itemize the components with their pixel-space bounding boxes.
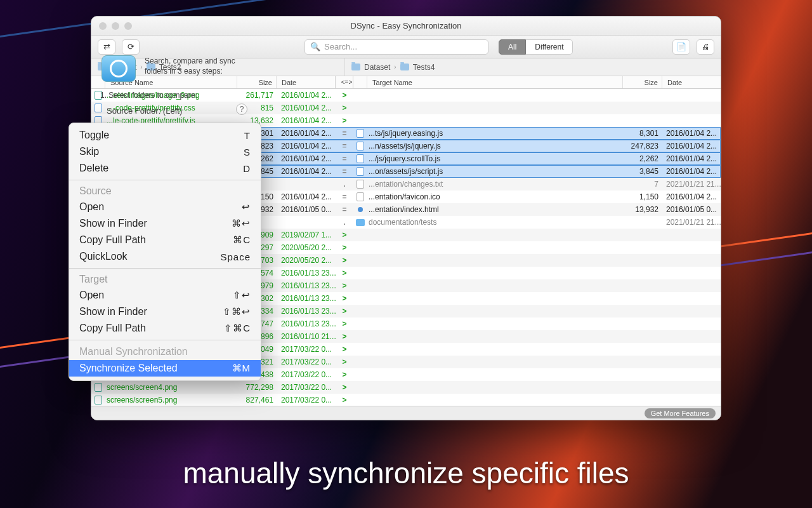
filter-different[interactable]: Different [526, 39, 573, 55]
col-size[interactable]: Size [623, 76, 662, 88]
menu-section-source: Source [69, 184, 261, 199]
menu-source-open[interactable]: Open↩ [69, 199, 261, 215]
toolbar: ⇄ ⟳ 🔍 Search... All Different 📄 🖨 [91, 36, 721, 58]
breadcrumb-target[interactable]: Dataset › Tests4 [345, 58, 721, 76]
source-folder-label: Source Folder: (Left) [107, 106, 182, 116]
help-icon[interactable]: ? [236, 104, 247, 115]
col-icon[interactable] [353, 76, 367, 88]
table-row[interactable]: ...-code-prettify/prettify.css 815 2016/… [91, 102, 721, 114]
menu-target-copy-path[interactable]: Copy Full Path⇧⌘C [69, 320, 261, 337]
statusbar: Get More Features [91, 406, 721, 420]
menu-section-target: Target [69, 272, 261, 287]
menu-target-open[interactable]: Open⇧↩ [69, 287, 261, 304]
menu-source-show-finder[interactable]: Show in Finder⌘↩ [69, 215, 261, 232]
app-logo-icon [102, 55, 136, 82]
refresh-button[interactable]: ⟳ [122, 39, 140, 55]
menu-toggle[interactable]: ToggleT [69, 127, 261, 144]
chevron-right-icon: › [394, 64, 396, 70]
menu-delete[interactable]: DeleteD [69, 160, 261, 177]
search-input[interactable]: 🔍 Search... [304, 39, 488, 55]
menu-skip[interactable]: SkipS [69, 144, 261, 160]
menu-source-copy-path[interactable]: Copy Full Path⌘C [69, 232, 261, 248]
chevron-right-icon: › [140, 64, 142, 70]
col-target-name[interactable]: Target Name [367, 76, 623, 88]
folder-icon [400, 64, 409, 70]
window-title: DSync - Easy Synchronization [91, 21, 721, 30]
titlebar[interactable]: DSync - Easy Synchronization [91, 17, 721, 36]
export-button[interactable]: 📄 [672, 39, 690, 55]
col-date[interactable]: Date [277, 76, 335, 88]
filter-segment[interactable]: All Different [499, 39, 573, 55]
filter-all[interactable]: All [499, 39, 526, 55]
col-date[interactable]: Date [662, 76, 721, 88]
breadcrumb-label: Tests4 [413, 63, 435, 72]
context-menu: ToggleT SkipS DeleteD Source Open↩ Show … [69, 123, 261, 381]
menu-quicklook[interactable]: QuickLookSpace [69, 248, 261, 265]
col-direction[interactable]: <=> [336, 76, 353, 88]
search-placeholder: Search... [324, 42, 357, 51]
menu-synchronize-selected[interactable]: Synchronize Selected⌘M [69, 360, 261, 377]
sidebar-description: Search, compare and sync folders in 3 ea… [145, 57, 252, 76]
column-headers: Source Name Size Date <=> Target Name Si… [91, 76, 721, 89]
table-row[interactable]: screens/screen4.png 772,298 2017/03/22 0… [91, 381, 721, 394]
menu-target-show-finder[interactable]: Show in Finder⇧⌘↩ [69, 304, 261, 320]
print-button[interactable]: 🖨 [697, 39, 714, 55]
folder-icon [351, 64, 360, 70]
get-more-features-button[interactable]: Get More Features [645, 408, 716, 418]
table-row[interactable]: screens/screen5.png 827,461 2017/03/22 0… [91, 394, 721, 406]
menu-manual-sync: Manual Synchronization [69, 344, 261, 360]
col-size[interactable]: Size [237, 76, 277, 88]
marketing-caption: manually synchronize specific files [0, 456, 812, 490]
toggle-panel-button[interactable]: ⇄ [98, 39, 115, 55]
search-icon: 🔍 [310, 42, 320, 51]
breadcrumb-label: Dataset [364, 63, 390, 72]
sidebar-step-1: 1. Select folders to compare: [100, 91, 197, 100]
